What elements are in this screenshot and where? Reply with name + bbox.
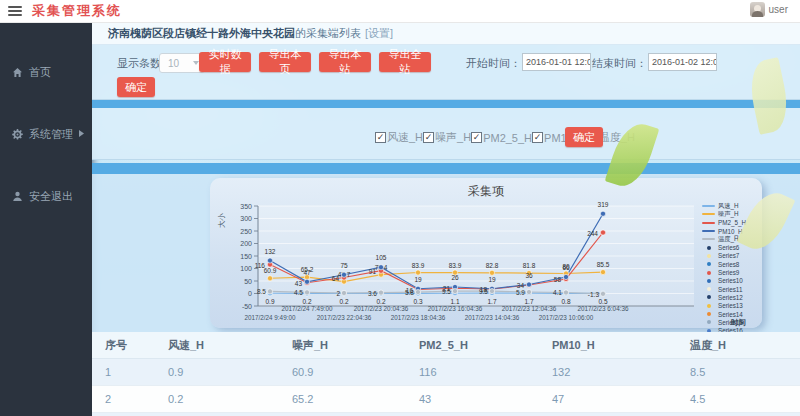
svg-text:2017/2/24 9:49:00: 2017/2/24 9:49:00 — [245, 314, 296, 321]
filter-checkbox-PM2_5_H[interactable]: ✓PM2_5_H — [471, 132, 532, 144]
svg-text:50: 50 — [244, 278, 252, 285]
table-cell: 64 — [406, 413, 539, 416]
legend-item: Series7 — [702, 252, 760, 260]
legend-marker-icon — [702, 230, 715, 232]
sidebar-item-home[interactable]: 首页 — [0, 60, 92, 84]
legend-item: Series12 — [702, 293, 760, 301]
export-all-button[interactable]: 导出全站 — [379, 52, 431, 72]
chart-card: 采集项 -50050100150200250300350大小2017/2/24 … — [210, 178, 762, 328]
legend-label: PM2_5_H — [718, 219, 746, 226]
svg-text:2017/2/23 20:04:36: 2017/2/23 20:04:36 — [354, 305, 409, 312]
svg-text:64: 64 — [332, 275, 340, 282]
legend-item: Series10 — [702, 277, 760, 285]
table-cell: 43 — [406, 386, 539, 413]
svg-text:83.9: 83.9 — [449, 262, 462, 269]
checkbox-label: 风速_H — [387, 130, 423, 145]
table-cell: 0.9 — [155, 359, 279, 386]
station-name: 济南槐荫区段店镇经十路外海中央花园 — [108, 26, 295, 41]
legend-marker-icon — [707, 287, 711, 291]
home-icon — [12, 67, 23, 78]
svg-text:0.2: 0.2 — [376, 298, 385, 305]
menu-icon[interactable] — [8, 6, 22, 16]
svg-text:2017/2/23 18:04:36: 2017/2/23 18:04:36 — [391, 314, 446, 321]
svg-text:150: 150 — [240, 253, 252, 260]
table-cell: 65.2 — [279, 386, 406, 413]
legend-label: 噪声_H — [718, 210, 739, 219]
export-site-button[interactable]: 导出本站 — [319, 52, 371, 72]
table-cell: 2 — [92, 386, 155, 413]
legend-marker-icon — [707, 312, 711, 316]
svg-text:85.5: 85.5 — [597, 261, 610, 268]
svg-text:91: 91 — [369, 268, 377, 275]
svg-text:2017/2/23 22:04:36: 2017/2/23 22:04:36 — [317, 314, 372, 321]
legend-marker-icon — [707, 295, 711, 299]
sidebar-item-safe-logout[interactable]: 安全退出 — [0, 184, 92, 208]
svg-text:5.8: 5.8 — [405, 289, 414, 296]
table-cell: 75 — [539, 413, 677, 416]
sidebar-item-label: 首页 — [29, 65, 51, 80]
table-cell: 0.2 — [155, 386, 279, 413]
station-title-bar: 济南槐荫区段店镇经十路外海中央花园 的采集端列表 [设置] — [92, 22, 800, 45]
svg-text:2017/2/23 16:04:36: 2017/2/23 16:04:36 — [428, 305, 483, 312]
svg-text:81.8: 81.8 — [523, 262, 536, 269]
filter-confirm-button[interactable]: 确定 — [565, 127, 603, 147]
legend-marker-icon — [707, 262, 711, 266]
svg-text:47: 47 — [303, 269, 311, 276]
table-cell: 116 — [406, 359, 539, 386]
chart-legend: 风速_H噪声_HPM2_5_HPM10_H温度_HSeries6Series7S… — [702, 202, 760, 335]
svg-text:200: 200 — [240, 240, 252, 247]
table-header-cell: 噪声_H — [279, 332, 406, 359]
end-time-input[interactable]: 2016-01-02 12:00 — [648, 53, 717, 71]
svg-text:100: 100 — [240, 265, 252, 272]
checkbox-icon[interactable]: ✓ — [375, 132, 386, 143]
svg-text:2017/2/23 6:04:36: 2017/2/23 6:04:36 — [578, 305, 629, 312]
table-header-cell: 温度_H — [677, 332, 800, 359]
checkbox-icon[interactable]: ✓ — [423, 132, 434, 143]
user-avatar[interactable] — [750, 2, 765, 17]
svg-text:60.9: 60.9 — [264, 267, 277, 274]
legend-label: Series13 — [718, 302, 743, 309]
toolbar-panel: 显示条数： 10 实时数据 导出本页 导出本站 导出全站 开始时间： 2016-… — [92, 45, 800, 100]
checkbox-icon[interactable]: ✓ — [471, 132, 482, 143]
sidebar-item-system-management[interactable]: 系统管理 — [0, 122, 92, 146]
end-time-label: 结束时间： — [592, 56, 647, 71]
realtime-data-button[interactable]: 实时数据 — [199, 52, 251, 72]
table-cell: 4.5 — [677, 386, 800, 413]
start-time-input[interactable]: 2016-01-01 12:00 — [522, 53, 591, 71]
sidebar-nav: 首页 系统管理 安全退出 — [0, 22, 92, 416]
table-header-cell: 风速_H — [155, 332, 279, 359]
svg-text:0.2: 0.2 — [302, 298, 311, 305]
checkbox-label: PM2_5_H — [483, 132, 532, 144]
toolbar-confirm-button[interactable]: 确定 — [117, 77, 155, 97]
svg-text:8.5: 8.5 — [257, 288, 266, 295]
legend-item: Series14 — [702, 310, 760, 318]
display-count-value: 10 — [168, 58, 179, 69]
svg-text:大小: 大小 — [217, 213, 226, 229]
svg-text:132: 132 — [265, 248, 276, 255]
legend-marker-icon — [707, 271, 711, 275]
legend-label: Series14 — [718, 311, 743, 318]
export-page-button[interactable]: 导出本页 — [259, 52, 311, 72]
table-row: 30.247.7647522017/2/23 22:04:36 — [92, 413, 800, 416]
svg-text:83.9: 83.9 — [412, 262, 425, 269]
top-header-bar: 采集管理系统 user — [0, 0, 800, 23]
svg-text:9.5: 9.5 — [479, 288, 488, 295]
checkbox-icon[interactable]: ✓ — [532, 132, 543, 143]
checkbox-label: 噪声_H — [435, 130, 471, 145]
user-menu[interactable]: user — [750, 2, 788, 17]
svg-text:4.5: 4.5 — [294, 289, 303, 296]
legend-marker-icon — [707, 246, 711, 250]
settings-link[interactable]: [设置] — [365, 26, 393, 41]
user-name: user — [769, 4, 788, 15]
chevron-right-icon — [79, 130, 84, 137]
legend-item: PM2_5_H — [702, 219, 760, 227]
legend-label: Series7 — [718, 252, 739, 259]
table-cell: 0.2 — [155, 413, 279, 416]
svg-text:2017/2/24 7:49:00: 2017/2/24 7:49:00 — [282, 305, 333, 312]
filter-checkbox-风速_H[interactable]: ✓风速_H — [375, 130, 423, 145]
filter-checkbox-噪声_H[interactable]: ✓噪声_H — [423, 130, 471, 145]
svg-text:105: 105 — [376, 254, 387, 261]
legend-marker-icon — [707, 254, 711, 258]
filter-panel: ✓风速_H✓噪声_H✓PM2_5_H✓PM10_H✓温度_H 确定 — [92, 108, 800, 160]
sidebar-item-label: 系统管理 — [29, 127, 73, 142]
